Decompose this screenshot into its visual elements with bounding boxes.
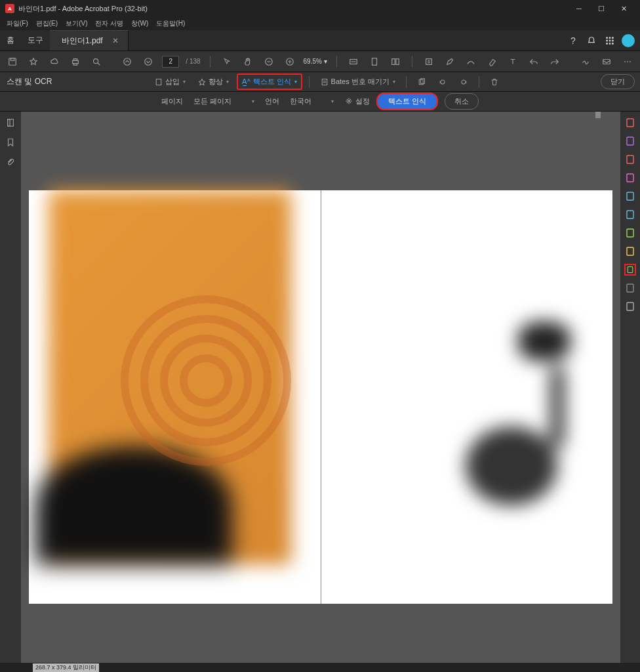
thumbnails-icon[interactable] <box>5 117 16 129</box>
share-icon[interactable] <box>599 54 614 69</box>
close-window-button[interactable]: ✕ <box>612 0 635 17</box>
right-tool-combine[interactable] <box>624 135 636 147</box>
minimize-button[interactable]: ─ <box>568 0 590 17</box>
zoom-in-icon[interactable] <box>283 54 297 69</box>
pointer-icon[interactable] <box>220 54 234 69</box>
menu-edit[interactable]: 편집(E) <box>32 17 62 30</box>
tool-title: 스캔 및 OCR <box>5 76 52 87</box>
tab-close-icon[interactable]: ✕ <box>112 36 119 45</box>
page-number-input[interactable] <box>162 56 179 68</box>
tab-document-label: 바인더1.pdf <box>62 35 103 47</box>
menu-view[interactable]: 보기(V) <box>62 17 91 30</box>
fit-page-icon[interactable] <box>367 54 382 69</box>
scan-ocr-toolbar: 스캔 및 OCR 삽입▾ 향상▾ A̲ᴬ 텍스트 인식▾ Bates 번호 매기… <box>0 72 640 92</box>
text-recognize-dropdown[interactable]: A̲ᴬ 텍스트 인식▾ <box>237 74 302 90</box>
right-tool-scan-ocr[interactable] <box>624 264 636 276</box>
rotate-left-icon[interactable] <box>434 75 451 89</box>
svg-rect-38 <box>627 229 633 237</box>
svg-rect-32 <box>627 119 633 127</box>
more-icon[interactable]: ⋯ <box>620 54 635 69</box>
left-nav-panel <box>0 112 21 663</box>
right-tool-organize[interactable] <box>624 154 636 165</box>
cancel-button[interactable]: 취소 <box>445 93 479 110</box>
delete-icon[interactable] <box>486 75 503 89</box>
zoom-out-icon[interactable] <box>262 54 276 69</box>
undo-icon[interactable] <box>527 54 541 69</box>
svg-rect-10 <box>10 58 14 60</box>
settings-button[interactable]: 설정 <box>345 96 370 106</box>
enhance-button[interactable]: 향상▾ <box>193 75 233 89</box>
right-tool-compress[interactable] <box>624 227 636 239</box>
user-avatar[interactable] <box>622 34 635 47</box>
svg-rect-30 <box>8 119 14 127</box>
erase-icon[interactable] <box>485 54 499 69</box>
right-tool-fill-sign[interactable] <box>624 190 636 202</box>
fit-width-icon[interactable] <box>346 54 361 69</box>
menu-help[interactable]: 도움말(H) <box>152 17 189 30</box>
right-tool-redact[interactable] <box>624 301 636 312</box>
bates-button[interactable]: Bates 번호 매기기▾ <box>316 75 399 89</box>
page-range-dropdown[interactable]: 모든 페이지▾ <box>190 95 258 108</box>
svg-rect-11 <box>73 60 79 63</box>
svg-rect-34 <box>627 156 633 163</box>
draw-icon[interactable] <box>464 54 478 69</box>
tab-tools[interactable]: 도구 <box>21 35 50 46</box>
read-aloud-icon[interactable] <box>422 54 436 69</box>
page-up-icon[interactable] <box>120 54 134 69</box>
menu-file[interactable]: 파일(F) <box>3 17 32 30</box>
text-icon[interactable] <box>506 54 520 69</box>
hand-icon[interactable] <box>241 54 255 69</box>
right-tool-export[interactable] <box>624 209 636 220</box>
vertical-scrollbar[interactable] <box>595 112 601 118</box>
search-icon[interactable] <box>89 54 104 69</box>
insert-button[interactable]: 삽입▾ <box>150 75 190 89</box>
tab-document[interactable]: 바인더1.pdf ✕ <box>50 30 129 51</box>
right-tool-create[interactable] <box>624 117 636 129</box>
main-toolbar: / 138 69.5% ▾ ⋯ <box>0 51 640 72</box>
sign-icon[interactable] <box>578 54 593 69</box>
close-tool-button[interactable]: 닫기 <box>601 74 635 89</box>
rotate-right-icon[interactable] <box>455 75 472 89</box>
right-tools-panel <box>620 112 640 663</box>
svg-rect-37 <box>627 211 633 219</box>
highlight-icon[interactable] <box>443 54 457 69</box>
maximize-button[interactable]: ☐ <box>590 0 612 17</box>
page-right <box>321 190 613 604</box>
cloud-icon[interactable] <box>47 54 62 69</box>
page-total: / 138 <box>186 58 200 65</box>
tab-home[interactable]: 홈 <box>0 35 21 46</box>
print-icon[interactable] <box>68 54 83 69</box>
language-label: 언어 <box>265 96 279 106</box>
page-down-icon[interactable] <box>141 54 155 69</box>
help-icon[interactable]: ? <box>567 34 580 47</box>
right-tool-edit[interactable] <box>624 172 636 184</box>
svg-rect-21 <box>391 58 394 64</box>
svg-rect-31 <box>8 119 10 127</box>
workspace <box>0 112 640 663</box>
attachments-icon[interactable] <box>5 156 16 168</box>
zoom-value[interactable]: 69.5% ▾ <box>304 58 327 65</box>
svg-point-7 <box>609 43 610 44</box>
page-display-icon[interactable] <box>388 54 403 69</box>
menu-sign[interactable]: 전자 서명 <box>91 17 127 30</box>
svg-rect-35 <box>627 174 633 182</box>
text-recognize-icon: A̲ᴬ <box>242 77 251 87</box>
save-icon[interactable] <box>5 54 20 69</box>
bookmarks-icon[interactable] <box>5 136 16 148</box>
svg-point-0 <box>607 37 608 38</box>
apps-icon[interactable] <box>603 34 616 47</box>
notifications-icon[interactable] <box>585 34 598 47</box>
right-tool-comment[interactable] <box>624 245 636 257</box>
svg-rect-36 <box>627 192 633 200</box>
redo-icon[interactable] <box>548 54 562 69</box>
copy-page-icon[interactable] <box>413 75 430 89</box>
language-dropdown[interactable]: 한국어▾ <box>286 95 338 108</box>
recognize-text-button[interactable]: 텍스트 인식 <box>376 93 438 110</box>
title-bar: A 바인더1.pdf - Adobe Acrobat Pro (32-bit) … <box>0 0 640 17</box>
right-tool-protect[interactable] <box>624 282 636 294</box>
star-icon[interactable] <box>26 54 41 69</box>
svg-rect-25 <box>156 79 161 85</box>
menu-window[interactable]: 창(W) <box>127 17 152 30</box>
document-canvas[interactable] <box>21 112 620 663</box>
menu-bar: 파일(F) 편집(E) 보기(V) 전자 서명 창(W) 도움말(H) <box>0 17 640 30</box>
